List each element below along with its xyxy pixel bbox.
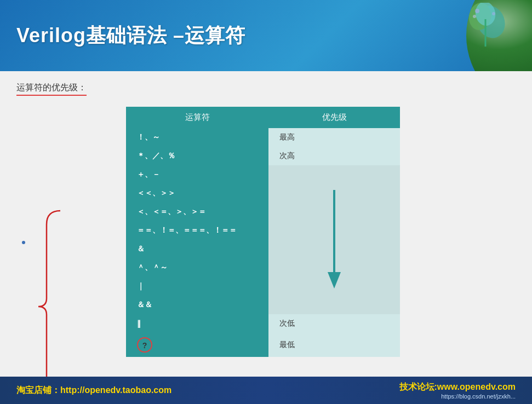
svg-point-5 xyxy=(492,12,495,15)
operator-cell: ＜、＜＝、＞、＞＝ xyxy=(126,203,268,221)
curly-brace-icon xyxy=(36,208,68,404)
main-content: 运算符的优先级： 运算符 优先级 ！、～最高＊、／、％次高＋、－＜＜、＞＞＜、＜… xyxy=(0,71,532,377)
svg-marker-8 xyxy=(328,272,341,288)
footer-forum: 技术论坛:www.openedv.com xyxy=(399,382,516,393)
priority-table-container: 运算符 优先级 ！、～最高＊、／、％次高＋、－＜＜、＞＞＜、＜＝、＞、＞＝＝＝、… xyxy=(126,107,400,357)
curly-brace-annotation xyxy=(36,208,68,404)
svg-point-4 xyxy=(475,9,479,13)
col-header-operator: 运算符 xyxy=(126,107,268,128)
svg-point-6 xyxy=(473,15,476,18)
qmark-circle: ? xyxy=(137,337,152,353)
priority-cell: 最高 xyxy=(268,128,400,147)
table-header-row: 运算符 优先级 xyxy=(126,107,400,128)
operator-cell: ！、～ xyxy=(126,128,268,147)
table-row: ＊、／、％次高 xyxy=(126,147,400,165)
page-title: Verilog基础语法 –运算符 xyxy=(0,22,245,49)
table-row: ?最低 xyxy=(126,333,400,357)
section-subtitle: 运算符的优先级： xyxy=(16,82,87,96)
operator-cell: ＝＝、！＝、＝＝＝、！＝＝ xyxy=(126,221,268,240)
col-header-priority: 优先级 xyxy=(268,107,400,128)
footer-url: https://blog.csdn.net/jzxkh... xyxy=(441,393,516,400)
table-row: ！、～最高 xyxy=(126,128,400,147)
priority-table: 运算符 优先级 ！、～最高＊、／、％次高＋、－＜＜、＞＞＜、＜＝、＞、＞＝＝＝、… xyxy=(126,107,400,357)
operator-cell: ＾、＾～ xyxy=(126,258,268,277)
operator-cell: ＜＜、＞＞ xyxy=(126,184,268,203)
header-decoration xyxy=(422,0,532,71)
operator-cell: ＆ xyxy=(126,240,268,258)
priority-cell: 次低 xyxy=(268,314,400,333)
priority-cell: 最低 xyxy=(268,333,400,357)
plant-icon xyxy=(444,3,510,68)
operator-cell: ＆＆ xyxy=(126,296,268,314)
arrow-cell xyxy=(268,165,400,314)
footer-shop: 淘宝店铺：http://openedv.taobao.com xyxy=(16,385,171,396)
operator-cell: ＊、／、％ xyxy=(126,147,268,165)
footer-right: 技术论坛:www.openedv.com https://blog.csdn.n… xyxy=(399,382,516,400)
operator-cell: ＋、－ xyxy=(126,165,268,184)
operator-cell: ‖ xyxy=(126,314,268,333)
footer: 淘宝店铺：http://openedv.taobao.com 技术论坛:www.… xyxy=(0,377,532,404)
dot-mark xyxy=(22,241,25,244)
priority-cell: 次高 xyxy=(268,147,400,165)
header: Verilog基础语法 –运算符 xyxy=(0,0,532,71)
priority-arrow-icon xyxy=(323,184,345,294)
operator-cell: ? xyxy=(126,333,268,357)
table-row: ‖次低 xyxy=(126,314,400,333)
operator-cell: ｜ xyxy=(126,277,268,296)
table-row: ＋、－ xyxy=(126,165,400,184)
